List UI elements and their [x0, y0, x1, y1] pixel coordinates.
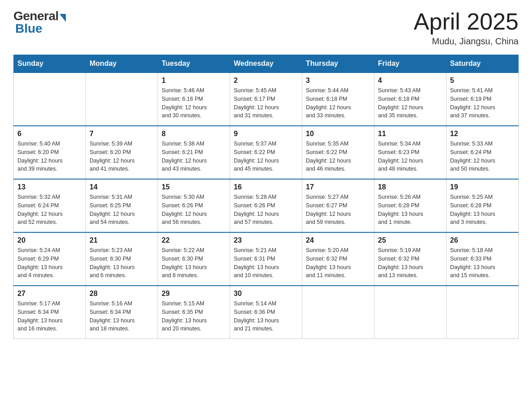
day-number: 17: [306, 183, 370, 191]
calendar-week-3: 13Sunrise: 5:32 AMSunset: 6:24 PMDayligh…: [14, 179, 519, 232]
col-monday: Monday: [86, 55, 158, 73]
day-number: 3: [306, 77, 370, 85]
calendar-cell: 14Sunrise: 5:31 AMSunset: 6:25 PMDayligh…: [86, 179, 158, 232]
day-info: Sunrise: 5:22 AMSunset: 6:30 PMDaylight:…: [162, 246, 226, 280]
day-number: 25: [378, 236, 442, 244]
calendar-cell: 18Sunrise: 5:26 AMSunset: 6:28 PMDayligh…: [374, 179, 446, 232]
calendar-week-4: 20Sunrise: 5:24 AMSunset: 6:29 PMDayligh…: [14, 232, 519, 286]
day-number: 22: [162, 236, 226, 244]
day-number: 6: [17, 130, 82, 138]
calendar-cell: 23Sunrise: 5:21 AMSunset: 6:31 PMDayligh…: [230, 232, 302, 286]
calendar-header: Sunday Monday Tuesday Wednesday Thursday…: [14, 55, 519, 73]
day-info: Sunrise: 5:46 AMSunset: 6:16 PMDaylight:…: [162, 86, 226, 120]
day-number: 5: [450, 77, 515, 85]
col-tuesday: Tuesday: [158, 55, 230, 73]
day-number: 19: [450, 183, 515, 191]
day-info: Sunrise: 5:16 AMSunset: 6:34 PMDaylight:…: [90, 300, 154, 333]
calendar-cell: 25Sunrise: 5:19 AMSunset: 6:32 PMDayligh…: [374, 232, 446, 286]
calendar-cell: 16Sunrise: 5:28 AMSunset: 6:26 PMDayligh…: [230, 179, 302, 232]
calendar-table: Sunday Monday Tuesday Wednesday Thursday…: [13, 55, 519, 339]
day-number: 8: [162, 130, 226, 138]
calendar-cell: 30Sunrise: 5:14 AMSunset: 6:36 PMDayligh…: [230, 286, 302, 339]
calendar-cell: 26Sunrise: 5:18 AMSunset: 6:33 PMDayligh…: [446, 232, 519, 286]
calendar-cell: 11Sunrise: 5:34 AMSunset: 6:23 PMDayligh…: [374, 126, 446, 179]
day-info: Sunrise: 5:17 AMSunset: 6:34 PMDaylight:…: [17, 300, 82, 333]
calendar-cell: 1Sunrise: 5:46 AMSunset: 6:16 PMDaylight…: [158, 73, 230, 126]
calendar-cell: 2Sunrise: 5:45 AMSunset: 6:17 PMDaylight…: [230, 73, 302, 126]
location-title: Mudu, Jiangsu, China: [414, 36, 519, 47]
day-info: Sunrise: 5:24 AMSunset: 6:29 PMDaylight:…: [17, 246, 82, 280]
day-number: 20: [17, 236, 82, 244]
day-number: 12: [450, 130, 515, 138]
day-info: Sunrise: 5:27 AMSunset: 6:27 PMDaylight:…: [306, 193, 370, 227]
col-sunday: Sunday: [14, 55, 86, 73]
calendar-cell: 22Sunrise: 5:22 AMSunset: 6:30 PMDayligh…: [158, 232, 230, 286]
day-number: 16: [234, 183, 298, 191]
calendar-cell: 7Sunrise: 5:39 AMSunset: 6:20 PMDaylight…: [86, 126, 158, 179]
calendar-cell: 15Sunrise: 5:30 AMSunset: 6:26 PMDayligh…: [158, 179, 230, 232]
calendar-cell: 24Sunrise: 5:20 AMSunset: 6:32 PMDayligh…: [302, 232, 374, 286]
day-info: Sunrise: 5:18 AMSunset: 6:33 PMDaylight:…: [450, 246, 515, 280]
day-info: Sunrise: 5:37 AMSunset: 6:22 PMDaylight:…: [234, 140, 298, 173]
calendar-cell: 13Sunrise: 5:32 AMSunset: 6:24 PMDayligh…: [14, 179, 86, 232]
calendar-cell: 29Sunrise: 5:15 AMSunset: 6:35 PMDayligh…: [158, 286, 230, 339]
day-info: Sunrise: 5:39 AMSunset: 6:20 PMDaylight:…: [90, 140, 154, 173]
day-info: Sunrise: 5:20 AMSunset: 6:32 PMDaylight:…: [306, 246, 370, 280]
day-number: 1: [162, 77, 226, 85]
day-info: Sunrise: 5:19 AMSunset: 6:32 PMDaylight:…: [378, 246, 442, 280]
calendar-cell: 12Sunrise: 5:33 AMSunset: 6:24 PMDayligh…: [446, 126, 519, 179]
calendar-cell: 4Sunrise: 5:43 AMSunset: 6:18 PMDaylight…: [374, 73, 446, 126]
calendar-cell: [14, 73, 86, 126]
col-wednesday: Wednesday: [230, 55, 302, 73]
day-number: 28: [90, 290, 154, 298]
day-number: 9: [234, 130, 298, 138]
day-number: 24: [306, 236, 370, 244]
day-info: Sunrise: 5:44 AMSunset: 6:18 PMDaylight:…: [306, 86, 370, 120]
day-number: 18: [378, 183, 442, 191]
calendar-body: 1Sunrise: 5:46 AMSunset: 6:16 PMDaylight…: [14, 73, 519, 339]
calendar-cell: [86, 73, 158, 126]
day-number: 21: [90, 236, 154, 244]
header-row: Sunday Monday Tuesday Wednesday Thursday…: [14, 55, 519, 73]
day-info: Sunrise: 5:43 AMSunset: 6:18 PMDaylight:…: [378, 86, 442, 120]
day-info: Sunrise: 5:25 AMSunset: 6:28 PMDaylight:…: [450, 193, 515, 227]
day-number: 11: [378, 130, 442, 138]
calendar-week-5: 27Sunrise: 5:17 AMSunset: 6:34 PMDayligh…: [14, 286, 519, 339]
calendar-cell: 9Sunrise: 5:37 AMSunset: 6:22 PMDaylight…: [230, 126, 302, 179]
calendar-cell: 10Sunrise: 5:35 AMSunset: 6:22 PMDayligh…: [302, 126, 374, 179]
col-saturday: Saturday: [446, 55, 519, 73]
day-info: Sunrise: 5:30 AMSunset: 6:26 PMDaylight:…: [162, 193, 226, 227]
calendar-cell: 8Sunrise: 5:38 AMSunset: 6:21 PMDaylight…: [158, 126, 230, 179]
day-info: Sunrise: 5:32 AMSunset: 6:24 PMDaylight:…: [17, 193, 82, 227]
calendar-cell: 6Sunrise: 5:40 AMSunset: 6:20 PMDaylight…: [14, 126, 86, 179]
day-number: 27: [17, 290, 82, 298]
calendar-cell: 20Sunrise: 5:24 AMSunset: 6:29 PMDayligh…: [14, 232, 86, 286]
logo-arrow-icon: [60, 14, 66, 22]
day-info: Sunrise: 5:26 AMSunset: 6:28 PMDaylight:…: [378, 193, 442, 227]
calendar-cell: [302, 286, 374, 339]
day-number: 4: [378, 77, 442, 85]
col-thursday: Thursday: [302, 55, 374, 73]
calendar-cell: 21Sunrise: 5:23 AMSunset: 6:30 PMDayligh…: [86, 232, 158, 286]
calendar-week-1: 1Sunrise: 5:46 AMSunset: 6:16 PMDaylight…: [14, 73, 519, 126]
day-info: Sunrise: 5:28 AMSunset: 6:26 PMDaylight:…: [234, 193, 298, 227]
day-info: Sunrise: 5:31 AMSunset: 6:25 PMDaylight:…: [90, 193, 154, 227]
logo-blue-text: Blue: [15, 21, 43, 35]
month-title: April 2025: [414, 9, 519, 34]
day-number: 7: [90, 130, 154, 138]
day-info: Sunrise: 5:23 AMSunset: 6:30 PMDaylight:…: [90, 246, 154, 280]
day-number: 23: [234, 236, 298, 244]
calendar-cell: 17Sunrise: 5:27 AMSunset: 6:27 PMDayligh…: [302, 179, 374, 232]
day-info: Sunrise: 5:15 AMSunset: 6:35 PMDaylight:…: [162, 300, 226, 333]
day-info: Sunrise: 5:33 AMSunset: 6:24 PMDaylight:…: [450, 140, 515, 173]
calendar-cell: 28Sunrise: 5:16 AMSunset: 6:34 PMDayligh…: [86, 286, 158, 339]
page-header: General Blue April 2025 Mudu, Jiangsu, C…: [13, 9, 519, 47]
day-number: 15: [162, 183, 226, 191]
calendar-cell: [374, 286, 446, 339]
calendar-cell: 19Sunrise: 5:25 AMSunset: 6:28 PMDayligh…: [446, 179, 519, 232]
day-info: Sunrise: 5:40 AMSunset: 6:20 PMDaylight:…: [17, 140, 82, 173]
col-friday: Friday: [374, 55, 446, 73]
title-area: April 2025 Mudu, Jiangsu, China: [414, 9, 519, 47]
calendar-cell: 3Sunrise: 5:44 AMSunset: 6:18 PMDaylight…: [302, 73, 374, 126]
day-number: 13: [17, 183, 82, 191]
